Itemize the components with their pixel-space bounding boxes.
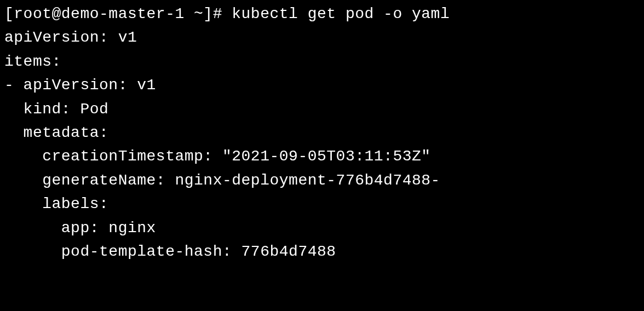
terminal-prompt-and-command: [root@demo-master-1 ~]# kubectl get pod … — [4, 2, 640, 26]
yaml-output-line: generateName: nginx-deployment-776b4d748… — [4, 169, 640, 192]
yaml-output-line: apiVersion: v1 — [4, 26, 640, 49]
yaml-output-line: kind: Pod — [4, 97, 640, 121]
terminal-output[interactable]: [root@demo-master-1 ~]# kubectl get pod … — [4, 2, 640, 263]
yaml-output-line: items: — [4, 50, 640, 73]
yaml-output-line: pod-template-hash: 776b4d7488 — [4, 240, 640, 263]
yaml-output-line: app: nginx — [4, 216, 640, 240]
yaml-output-line: metadata: — [4, 121, 640, 145]
yaml-output-line: labels: — [4, 192, 640, 216]
yaml-output-line: - apiVersion: v1 — [4, 73, 640, 97]
yaml-output-line: creationTimestamp: "2021-09-05T03:11:53Z… — [4, 145, 640, 168]
